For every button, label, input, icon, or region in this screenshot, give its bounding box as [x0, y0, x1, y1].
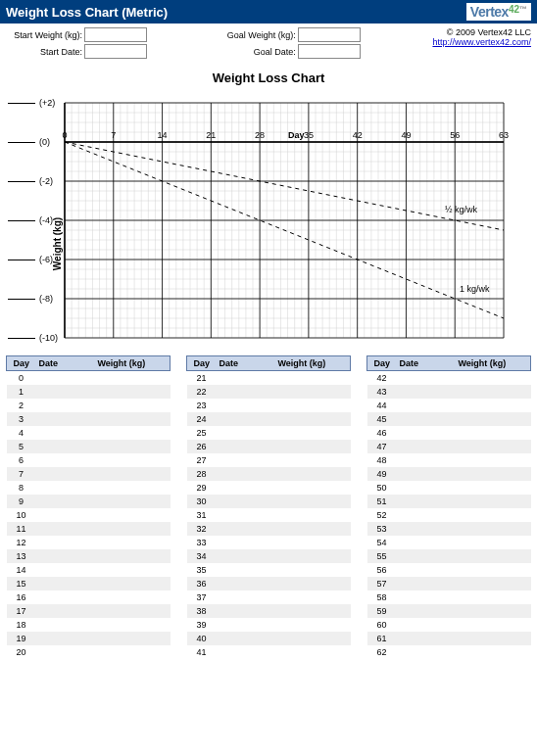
cell-weight[interactable]	[456, 522, 531, 536]
cell-weight[interactable]	[95, 632, 171, 645]
cell-weight[interactable]	[456, 467, 531, 481]
goal-weight-input[interactable]	[298, 27, 361, 42]
cell-date[interactable]	[397, 577, 456, 591]
cell-weight[interactable]	[456, 536, 531, 549]
cell-weight[interactable]	[95, 577, 171, 591]
cell-weight[interactable]	[95, 495, 171, 508]
cell-weight[interactable]	[95, 536, 171, 549]
cell-weight[interactable]	[456, 645, 531, 659]
cell-weight[interactable]	[275, 645, 351, 659]
cell-date[interactable]	[36, 426, 95, 440]
cell-weight[interactable]	[456, 549, 531, 563]
cell-date[interactable]	[36, 632, 95, 645]
cell-date[interactable]	[217, 495, 275, 508]
cell-date[interactable]	[397, 440, 456, 453]
cell-weight[interactable]	[95, 549, 171, 563]
goal-date-input[interactable]	[298, 44, 361, 59]
cell-date[interactable]	[36, 604, 95, 618]
cell-weight[interactable]	[95, 604, 171, 618]
cell-date[interactable]	[397, 522, 456, 536]
cell-weight[interactable]	[95, 618, 171, 632]
cell-date[interactable]	[217, 453, 275, 467]
cell-date[interactable]	[397, 385, 456, 399]
cell-date[interactable]	[397, 618, 456, 632]
cell-weight[interactable]	[275, 440, 351, 453]
cell-date[interactable]	[36, 549, 95, 563]
cell-weight[interactable]	[275, 399, 351, 412]
cell-weight[interactable]	[95, 371, 171, 385]
cell-weight[interactable]	[456, 426, 531, 440]
cell-date[interactable]	[36, 508, 95, 522]
cell-weight[interactable]	[275, 591, 351, 604]
cell-date[interactable]	[397, 632, 456, 645]
cell-date[interactable]	[36, 591, 95, 604]
cell-date[interactable]	[217, 522, 275, 536]
cell-date[interactable]	[36, 453, 95, 467]
cell-date[interactable]	[217, 549, 275, 563]
cell-weight[interactable]	[456, 563, 531, 577]
cell-date[interactable]	[36, 385, 95, 399]
cell-date[interactable]	[217, 481, 275, 495]
cell-date[interactable]	[36, 522, 95, 536]
cell-date[interactable]	[217, 440, 275, 453]
cell-weight[interactable]	[456, 412, 531, 426]
cell-date[interactable]	[36, 481, 95, 495]
cell-weight[interactable]	[456, 508, 531, 522]
source-link[interactable]: http://www.vertex42.com/	[432, 37, 531, 47]
cell-date[interactable]	[397, 481, 456, 495]
cell-weight[interactable]	[275, 467, 351, 481]
start-weight-input[interactable]	[84, 27, 147, 42]
cell-weight[interactable]	[456, 591, 531, 604]
cell-date[interactable]	[397, 371, 456, 385]
cell-date[interactable]	[217, 385, 275, 399]
cell-date[interactable]	[397, 549, 456, 563]
cell-weight[interactable]	[456, 604, 531, 618]
cell-weight[interactable]	[95, 508, 171, 522]
cell-weight[interactable]	[456, 371, 531, 385]
cell-weight[interactable]	[95, 645, 171, 659]
cell-weight[interactable]	[275, 453, 351, 467]
cell-date[interactable]	[217, 426, 275, 440]
cell-date[interactable]	[397, 563, 456, 577]
cell-date[interactable]	[397, 426, 456, 440]
cell-weight[interactable]	[95, 399, 171, 412]
cell-date[interactable]	[36, 618, 95, 632]
cell-weight[interactable]	[95, 467, 171, 481]
cell-date[interactable]	[217, 591, 275, 604]
cell-weight[interactable]	[275, 536, 351, 549]
cell-date[interactable]	[36, 563, 95, 577]
cell-weight[interactable]	[275, 604, 351, 618]
cell-weight[interactable]	[275, 563, 351, 577]
cell-date[interactable]	[217, 563, 275, 577]
cell-weight[interactable]	[95, 426, 171, 440]
cell-weight[interactable]	[456, 495, 531, 508]
cell-date[interactable]	[397, 453, 456, 467]
cell-weight[interactable]	[275, 549, 351, 563]
cell-weight[interactable]	[456, 632, 531, 645]
cell-weight[interactable]	[456, 618, 531, 632]
cell-weight[interactable]	[275, 481, 351, 495]
cell-date[interactable]	[217, 577, 275, 591]
cell-weight[interactable]	[275, 632, 351, 645]
cell-date[interactable]	[397, 591, 456, 604]
cell-weight[interactable]	[456, 399, 531, 412]
cell-date[interactable]	[217, 467, 275, 481]
cell-date[interactable]	[36, 495, 95, 508]
cell-date[interactable]	[36, 371, 95, 385]
cell-weight[interactable]	[95, 453, 171, 467]
cell-weight[interactable]	[275, 385, 351, 399]
cell-weight[interactable]	[95, 412, 171, 426]
cell-weight[interactable]	[456, 440, 531, 453]
cell-weight[interactable]	[95, 481, 171, 495]
cell-weight[interactable]	[275, 618, 351, 632]
cell-weight[interactable]	[275, 495, 351, 508]
cell-date[interactable]	[217, 632, 275, 645]
cell-date[interactable]	[36, 399, 95, 412]
cell-date[interactable]	[397, 508, 456, 522]
cell-date[interactable]	[36, 645, 95, 659]
cell-weight[interactable]	[275, 371, 351, 385]
cell-date[interactable]	[397, 495, 456, 508]
cell-weight[interactable]	[456, 453, 531, 467]
cell-date[interactable]	[217, 371, 275, 385]
cell-weight[interactable]	[456, 577, 531, 591]
